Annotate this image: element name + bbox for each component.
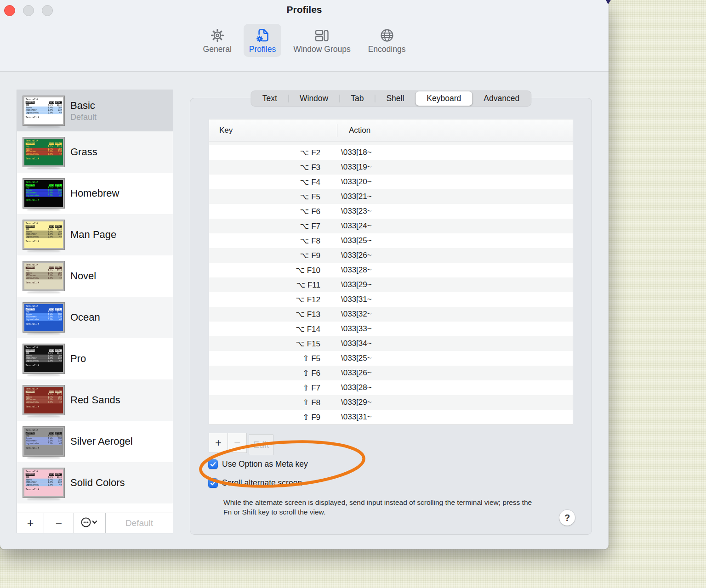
toolbar-label: Profiles bbox=[249, 45, 276, 54]
key-mapping-row[interactable]: ⌥ F2 \033[18~ bbox=[209, 145, 573, 160]
toolbar-item-profiles[interactable]: Profiles bbox=[244, 24, 281, 57]
key-mapping-row[interactable]: ⌥ F6 \033[23~ bbox=[209, 204, 573, 219]
toolbar-label: Encodings bbox=[368, 45, 406, 54]
key-mapping-row[interactable]: ⇧ F7 \033[28~ bbox=[209, 380, 573, 395]
profile-list-item-silver-aerogel[interactable]: Terminal1# COMMAND %CPURPRVT top4.1%231K… bbox=[17, 421, 173, 462]
terminal-thumbnail: Terminal1# COMMAND %CPURPRVT top4.1%231K… bbox=[23, 220, 64, 249]
key-mapping-row[interactable]: ⌥ F5 \033[21~ bbox=[209, 189, 573, 204]
thumb-process-rows: top4.1%231KXcode1.4%78MATSServer0.0%13Ml… bbox=[26, 476, 62, 486]
checkbox-label: Scroll alternate screen bbox=[222, 478, 302, 488]
terminal-thumbnail: Terminal1# COMMAND %CPURPRVT top4.1%231K… bbox=[23, 261, 64, 291]
use-option-as-meta-checkbox[interactable] bbox=[208, 459, 218, 469]
key-cell: ⇧ F7 bbox=[209, 383, 329, 393]
action-cell: \033[29~ bbox=[329, 398, 372, 407]
tab-keyboard[interactable]: Keyboard bbox=[416, 91, 472, 106]
thumb-prompt: Terminal1 # bbox=[26, 323, 62, 326]
profile-list-item-novel[interactable]: Terminal1# COMMAND %CPURPRVT top4.1%231K… bbox=[17, 255, 173, 297]
profile-list-item-pro[interactable]: Terminal1# COMMAND %CPURPRVT top4.1%231K… bbox=[17, 338, 173, 379]
key-mapping-row[interactable]: ⌥ F10 \033[28~ bbox=[209, 263, 573, 277]
key-mapping-row[interactable]: ⌥ F14 \033[33~ bbox=[209, 322, 573, 336]
key-mapping-row[interactable]: ⌥ F13 \033[32~ bbox=[209, 307, 573, 322]
key-cell: ⇧ F5 bbox=[209, 354, 329, 363]
action-cell: \033[25~ bbox=[329, 236, 372, 245]
thumb-title: Terminal1# bbox=[26, 181, 62, 184]
tab-tab[interactable]: Tab bbox=[340, 91, 375, 106]
thumb-header-chips: COMMAND %CPURPRVT bbox=[26, 184, 62, 187]
profile-name: Homebrew bbox=[70, 187, 119, 199]
key-mapping-row[interactable]: ⇧ F9 \033[31~ bbox=[209, 410, 573, 424]
key-mapping-row[interactable]: ⌥ F11 \033[29~ bbox=[209, 277, 573, 292]
key-mapping-row[interactable]: ⌥ F4 \033[20~ bbox=[209, 175, 573, 189]
scroll-alternate-screen-checkbox[interactable] bbox=[208, 478, 218, 488]
action-cell: \033[19~ bbox=[329, 163, 372, 172]
thumb-prompt: Terminal1 # bbox=[26, 116, 62, 119]
profile-list-item-basic[interactable]: Terminal1# COMMAND %CPURPRVT top4.1%231K… bbox=[17, 90, 173, 131]
toolbar-item-window-groups[interactable]: Window Groups bbox=[288, 24, 356, 57]
profile-settings-panel: TextWindowTabShellKeyboardAdvanced Key A… bbox=[190, 98, 592, 535]
key-mapping-row[interactable]: ⌥ F12 \033[31~ bbox=[209, 292, 573, 307]
profile-list-item-homebrew[interactable]: Terminal1# COMMAND %CPURPRVT top4.1%231K… bbox=[17, 173, 173, 214]
action-cell: \033[28~ bbox=[329, 383, 372, 392]
scrolled-row-sliver bbox=[209, 141, 573, 145]
tab-text[interactable]: Text bbox=[251, 91, 288, 106]
thumb-header-chips: COMMAND %CPURPRVT bbox=[26, 390, 62, 393]
thumb-process-rows: top4.1%231KXcode1.4%78MATSServer0.0%13Ml… bbox=[26, 352, 62, 362]
action-cell: \033[20~ bbox=[329, 177, 372, 187]
edit-mapping-button[interactable]: Edit bbox=[249, 434, 273, 455]
thumb-header-chips: COMMAND %CPURPRVT bbox=[26, 308, 62, 311]
help-button[interactable]: ? bbox=[559, 510, 575, 526]
tab-bar: TextWindowTabShellKeyboardAdvanced bbox=[251, 90, 531, 107]
thumb-process-row: loginwindow0.0%4M bbox=[26, 318, 62, 321]
profile-text: Grass bbox=[70, 146, 97, 158]
toolbar-item-general[interactable]: General bbox=[198, 24, 237, 57]
toolbar-item-encodings[interactable]: Encodings bbox=[363, 24, 411, 57]
alternate-screen-help-text: While the alternate screen is displayed,… bbox=[223, 498, 532, 517]
key-cell: ⇧ F9 bbox=[209, 413, 329, 422]
profile-actions-menu-button[interactable] bbox=[74, 513, 106, 533]
terminal-thumbnail: Terminal1# COMMAND %CPURPRVT top4.1%231K… bbox=[23, 303, 64, 332]
tab-advanced[interactable]: Advanced bbox=[473, 91, 530, 106]
thumb-process-row: loginwindow0.0%4M bbox=[26, 484, 62, 486]
action-cell: \033[32~ bbox=[329, 310, 372, 319]
key-mapping-row[interactable]: ⇧ F5 \033[25~ bbox=[209, 351, 573, 366]
add-profile-button[interactable]: + bbox=[17, 513, 44, 533]
action-cell: \033[26~ bbox=[329, 368, 372, 378]
profile-list-item-solid-colors[interactable]: Terminal1# COMMAND %CPURPRVT top4.1%231K… bbox=[17, 462, 173, 503]
tab-window[interactable]: Window bbox=[289, 91, 339, 106]
profile-text: Ocean bbox=[70, 311, 100, 323]
set-default-button[interactable]: Default bbox=[106, 513, 173, 533]
remove-profile-button[interactable]: − bbox=[44, 513, 74, 533]
thumb-process-row: loginwindow0.0%4M bbox=[26, 277, 62, 280]
key-mapping-row[interactable]: ⌥ F3 \033[19~ bbox=[209, 160, 573, 175]
key-mapping-row[interactable]: ⇧ F6 \033[26~ bbox=[209, 366, 573, 380]
action-cell: \033[25~ bbox=[329, 354, 372, 363]
thumb-process-rows: top4.1%231KXcode1.4%78MATSServer0.0%13Ml… bbox=[26, 187, 62, 197]
key-mapping-row[interactable]: ⌥ F15 \033[34~ bbox=[209, 336, 573, 351]
thumb-process-rows: top4.1%231KXcode1.4%78MATSServer0.0%13Ml… bbox=[26, 311, 62, 321]
profile-list-item-man-page[interactable]: Terminal1# COMMAND %CPURPRVT top4.1%231K… bbox=[17, 214, 173, 255]
profile-text: Red Sands bbox=[70, 394, 120, 406]
key-mapping-row[interactable]: ⌥ F7 \033[24~ bbox=[209, 219, 573, 233]
terminal-thumbnail: Terminal1# COMMAND %CPURPRVT top4.1%231K… bbox=[23, 468, 64, 498]
profile-name: Basic bbox=[70, 100, 97, 112]
action-cell: \033[18~ bbox=[329, 148, 372, 157]
add-mapping-button[interactable]: + bbox=[209, 433, 228, 453]
window-groups-icon bbox=[313, 27, 330, 44]
profile-name: Solid Colors bbox=[70, 477, 125, 489]
thumb-prompt: Terminal1 # bbox=[26, 282, 62, 284]
toolbar-label: General bbox=[203, 45, 232, 54]
thumb-header-chips: COMMAND %CPURPRVT bbox=[26, 432, 62, 435]
key-mapping-row[interactable]: ⇧ F8 \033[29~ bbox=[209, 395, 573, 410]
profile-text: Novel bbox=[70, 270, 96, 282]
profile-name: Grass bbox=[70, 146, 97, 158]
profile-default-badge: Default bbox=[70, 113, 97, 122]
profile-list-item-grass[interactable]: Terminal1# COMMAND %CPURPRVT top4.1%231K… bbox=[17, 131, 173, 173]
profile-list-item-red-sands[interactable]: Terminal1# COMMAND %CPURPRVT top4.1%231K… bbox=[17, 379, 173, 421]
remove-mapping-button[interactable]: − bbox=[228, 433, 247, 453]
thumb-process-row: loginwindow0.0%4M bbox=[26, 401, 62, 404]
key-mapping-row[interactable]: ⌥ F9 \033[26~ bbox=[209, 248, 573, 263]
tab-shell[interactable]: Shell bbox=[375, 91, 415, 106]
action-cell: \033[31~ bbox=[329, 295, 372, 304]
profile-list-item-ocean[interactable]: Terminal1# COMMAND %CPURPRVT top4.1%231K… bbox=[17, 297, 173, 338]
key-mapping-row[interactable]: ⌥ F8 \033[25~ bbox=[209, 233, 573, 248]
